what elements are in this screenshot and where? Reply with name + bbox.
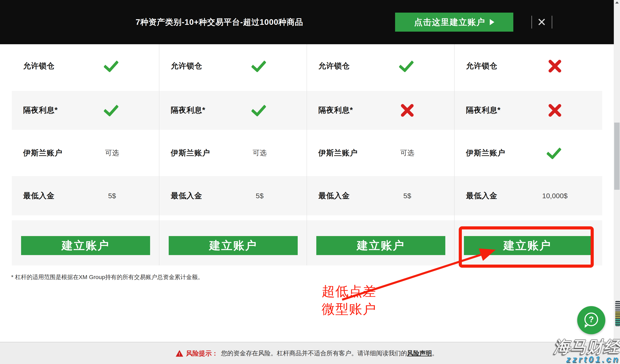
- feature-value: [528, 139, 582, 167]
- create-account-button[interactable]: 建立账户: [21, 236, 150, 255]
- arrow-right-icon: [490, 19, 494, 25]
- feature-label: 允许锁仓: [466, 52, 497, 79]
- annotation-line1: 超低点差: [322, 282, 376, 300]
- check-icon: [251, 57, 266, 72]
- check-icon: [103, 57, 119, 72]
- check-icon: [103, 101, 119, 117]
- separator-line: [531, 16, 532, 29]
- feature-value: [85, 97, 139, 124]
- column-divider: [307, 44, 307, 265]
- feature-label: 允许锁仓: [23, 52, 55, 79]
- promo-headline: 7种资产类别-10+种交易平台-超过1000种商品: [136, 0, 303, 44]
- feature-label: 隔夜利息*: [318, 97, 353, 124]
- check-icon: [251, 101, 266, 117]
- feature-label: 最低入金: [466, 182, 497, 209]
- feature-value: [85, 52, 139, 79]
- feature-label: 隔夜利息*: [466, 97, 500, 124]
- leverage-footnote: * 杠杆的适用范围是根据在XM Group持有的所有交易账户总资金累计金额。: [11, 273, 203, 281]
- risk-statement-link[interactable]: 风险声明: [407, 350, 432, 357]
- feature-label: 伊斯兰账户: [318, 139, 358, 167]
- cross-icon: [547, 58, 562, 74]
- watermark-logo-icon: [615, 301, 620, 326]
- warning-triangle-icon: !: [176, 350, 183, 357]
- feature-value: [233, 52, 287, 79]
- separator-line: [552, 16, 552, 29]
- feature-value: [380, 97, 434, 124]
- create-account-button[interactable]: 建立账户: [169, 236, 298, 255]
- feature-label: 最低入金: [23, 182, 55, 209]
- create-account-button-highlighted[interactable]: 建立账户: [464, 236, 591, 255]
- risk-body: 您的资金存在风险。杠杆商品并不适合所有客户。请详细阅读我们的风险声明。: [221, 349, 438, 358]
- feature-value: [528, 97, 582, 124]
- feature-label: 隔夜利息*: [23, 97, 58, 124]
- feature-value: [380, 52, 434, 79]
- open-account-cta-button[interactable]: 点击这里建立账户: [395, 13, 513, 32]
- feature-label: 允许锁仓: [318, 52, 350, 79]
- feature-value: 5$: [233, 182, 287, 209]
- feature-label: 最低入金: [171, 182, 202, 209]
- cross-icon: [400, 103, 415, 118]
- feature-value: [528, 52, 582, 79]
- feature-label: 隔夜利息*: [171, 97, 205, 124]
- feature-label: 伊斯兰账户: [466, 139, 505, 167]
- top-promo-bar: 7种资产类别-10+种交易平台-超过1000种商品 点击这里建立账户 ✕: [0, 0, 614, 44]
- column-divider: [454, 44, 455, 265]
- feature-label: 最低入金: [318, 182, 350, 209]
- risk-title: 风险提示：: [186, 349, 218, 358]
- check-icon: [546, 144, 562, 159]
- cross-icon: [547, 103, 562, 118]
- feature-value: [233, 97, 287, 124]
- scrollbar-thumb[interactable]: [614, 122, 620, 190]
- feature-value: 可选: [380, 139, 434, 167]
- feature-value: 可选: [233, 139, 287, 167]
- feature-value: 5$: [85, 182, 139, 209]
- check-icon: [399, 57, 414, 72]
- question-bubble-icon: ?: [584, 313, 598, 326]
- feature-value: 可选: [85, 139, 139, 167]
- annotation-line2: 微型账户: [322, 300, 376, 318]
- feature-label: 伊斯兰账户: [171, 139, 210, 167]
- feature-label: 伊斯兰账户: [23, 139, 62, 167]
- risk-warning-bar: ! 风险提示： 您的资金存在风险。杠杆商品并不适合所有客户。请详细阅读我们的风险…: [0, 342, 614, 364]
- create-account-button[interactable]: 建立账户: [316, 236, 445, 255]
- question-mark: ?: [589, 315, 594, 324]
- feature-label: 允许锁仓: [171, 52, 202, 79]
- feature-value: 5$: [380, 182, 434, 209]
- help-chat-button[interactable]: ?: [577, 306, 605, 334]
- page: 7种资产类别-10+种交易平台-超过1000种商品 点击这里建立账户 ✕ 允许锁…: [0, 0, 620, 364]
- cta-label: 点击这里建立账户: [414, 16, 485, 28]
- column-divider: [159, 44, 159, 265]
- feature-value: 10,000$: [528, 182, 582, 209]
- close-banner-button[interactable]: ✕: [534, 14, 549, 30]
- red-annotation-text: 超低点差 微型账户: [322, 282, 376, 318]
